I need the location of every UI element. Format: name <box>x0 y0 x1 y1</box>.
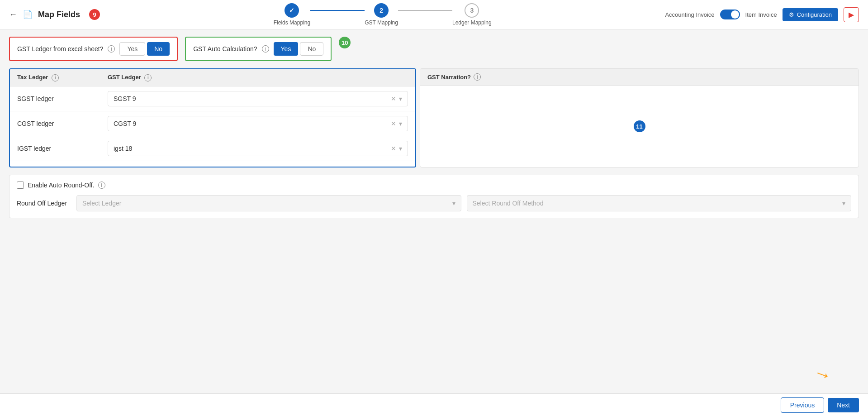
q1-text: GST Ledger from excel sheet? <box>17 45 103 53</box>
accounting-label: Accounting Invoice <box>665 11 714 18</box>
table-header: Tax Ledger i GST Ledger i <box>10 69 415 86</box>
table-area: Tax Ledger i GST Ledger i SGST ledger SG… <box>9 68 859 167</box>
q2-no-button[interactable]: No <box>300 42 323 56</box>
gst-narration-label: GST Narration? <box>427 74 471 81</box>
left-panel: Tax Ledger i GST Ledger i SGST ledger SG… <box>9 68 416 167</box>
step-1-circle: ✓ <box>285 3 299 18</box>
row-1-select[interactable]: SGST 9 ✕ ▾ <box>108 91 408 106</box>
col-tax-header: Tax Ledger i <box>17 74 108 81</box>
q1-yes-button[interactable]: Yes <box>119 42 145 56</box>
step-line-1 <box>310 10 365 11</box>
badge-10: 10 <box>339 37 351 48</box>
youtube-button[interactable]: ▶ <box>844 7 859 22</box>
chevron-down-icon: ▾ <box>452 200 455 207</box>
q1-btn-group: Yes No <box>119 42 170 56</box>
select-round-off-method: Select Round Off Method ▾ <box>467 195 852 211</box>
row-2-select[interactable]: CGST 9 ✕ ▾ <box>108 116 408 131</box>
step-3-label: Ledger Mapping <box>452 19 492 26</box>
main-content: GST Ledger from excel sheet? i Yes No GS… <box>0 29 868 393</box>
question-row: GST Ledger from excel sheet? i Yes No GS… <box>9 37 859 61</box>
header: ← 📄 Map Fields 9 ✓ Fields Mapping 2 GST … <box>0 0 868 29</box>
item-invoice-label: Item Invoice <box>745 11 777 18</box>
chevron-down-icon[interactable]: ▾ <box>399 120 402 127</box>
clear-icon[interactable]: ✕ <box>391 120 396 127</box>
q2-info-icon[interactable]: i <box>262 45 269 53</box>
header-right: Accounting Invoice Item Invoice ⚙ Config… <box>665 7 859 22</box>
row-2-icons: ✕ ▾ <box>391 120 402 127</box>
question-box-1: GST Ledger from excel sheet? i Yes No <box>9 37 178 61</box>
page-title: Map Fields <box>38 10 80 19</box>
config-label: Configuration <box>797 11 832 18</box>
previous-button[interactable]: Previous <box>781 397 824 413</box>
q2-btn-group: Yes No <box>274 42 324 56</box>
gear-icon: ⚙ <box>789 11 794 18</box>
step-1-label: Fields Mapping <box>274 19 310 26</box>
table-row: IGST ledger igst 18 ✕ ▾ <box>10 136 415 161</box>
q2-text: GST Auto Calculation? <box>193 45 257 53</box>
chevron-down-icon[interactable]: ▾ <box>399 95 402 102</box>
page-icon: 📄 <box>23 10 33 19</box>
steps-container: ✓ Fields Mapping 2 GST Mapping 3 Ledger … <box>105 3 659 26</box>
table-row: SGST ledger SGST 9 ✕ ▾ <box>10 86 415 111</box>
right-panel-body: 11 <box>420 86 859 167</box>
select-method-placeholder: Select Round Off Method <box>473 200 544 207</box>
back-button[interactable]: ← <box>9 10 17 19</box>
q1-no-button[interactable]: No <box>147 42 170 56</box>
right-panel: GST Narration? i 11 <box>420 68 859 167</box>
chevron-down-icon: ▾ <box>842 200 845 207</box>
step-1: ✓ Fields Mapping <box>274 3 310 26</box>
q2-yes-button[interactable]: Yes <box>274 42 299 56</box>
chevron-down-icon[interactable]: ▾ <box>399 145 402 152</box>
row-2-label: CGST ledger <box>17 120 108 127</box>
row-3-select[interactable]: igst 18 ✕ ▾ <box>108 141 408 156</box>
narration-info-icon[interactable]: i <box>474 73 481 81</box>
round-off-section: Enable Auto Round-Off. i Round Off Ledge… <box>9 175 859 218</box>
clear-icon[interactable]: ✕ <box>391 95 396 102</box>
row-1-icons: ✕ ▾ <box>391 95 402 102</box>
step-line-2 <box>398 10 452 11</box>
enable-auto-roundoff-label: Enable Auto Round-Off. <box>28 182 95 189</box>
select-ledger: Select Ledger ▾ <box>76 195 461 211</box>
tax-header-info[interactable]: i <box>52 74 59 81</box>
col-gst-header: GST Ledger i <box>108 74 408 81</box>
round-off-ledger-label: Round Off Ledger <box>17 200 71 207</box>
gst-header-info[interactable]: i <box>144 74 152 81</box>
badge-9: 9 <box>89 9 100 20</box>
row-3-icons: ✕ ▾ <box>391 145 402 152</box>
question-box-2: GST Auto Calculation? i Yes No <box>185 37 332 61</box>
row-3-value: igst 18 <box>114 145 132 152</box>
step-2-label: GST Mapping <box>365 19 398 26</box>
round-off-row: Round Off Ledger Select Ledger ▾ Select … <box>17 195 851 211</box>
step-2-circle: 2 <box>374 3 389 18</box>
right-table-header: GST Narration? i <box>420 69 859 86</box>
checkbox-row: Enable Auto Round-Off. i <box>17 182 851 189</box>
enable-auto-roundoff-checkbox[interactable] <box>17 182 24 189</box>
config-button[interactable]: ⚙ Configuration <box>783 8 838 21</box>
row-3-label: IGST ledger <box>17 145 108 152</box>
step-3: 3 Ledger Mapping <box>452 3 492 26</box>
youtube-icon: ▶ <box>849 11 854 19</box>
row-1-value: SGST 9 <box>114 95 136 102</box>
roundoff-info-icon[interactable]: i <box>98 182 105 189</box>
row-2-value: CGST 9 <box>114 120 136 127</box>
badge-11: 11 <box>634 120 645 132</box>
row-1-label: SGST ledger <box>17 95 108 102</box>
next-button[interactable]: Next <box>828 398 859 412</box>
accounting-toggle[interactable] <box>720 10 740 19</box>
q1-info-icon[interactable]: i <box>108 45 115 53</box>
footer: Previous Next <box>0 393 868 416</box>
step-2: 2 GST Mapping <box>365 3 398 26</box>
table-row: CGST ledger CGST 9 ✕ ▾ <box>10 111 415 136</box>
select-ledger-placeholder: Select Ledger <box>82 200 121 207</box>
clear-icon[interactable]: ✕ <box>391 145 396 152</box>
step-3-circle: 3 <box>465 3 479 18</box>
